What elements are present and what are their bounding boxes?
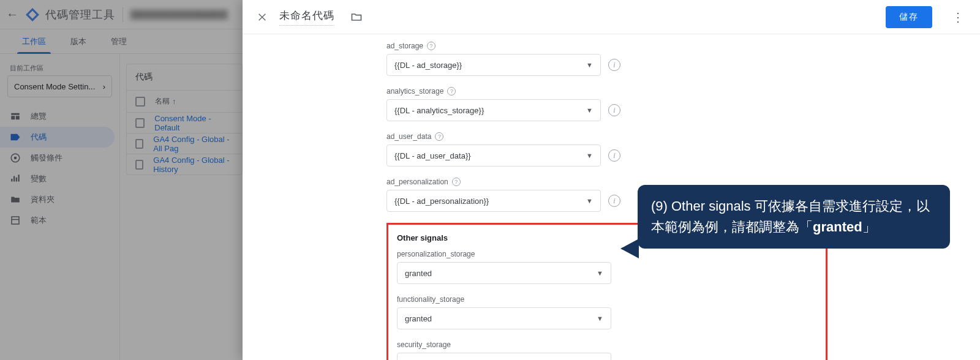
field-label-functionality-storage: functionality_storage bbox=[397, 295, 817, 304]
help-icon[interactable]: ? bbox=[452, 178, 461, 186]
info-icon[interactable]: i bbox=[608, 59, 620, 71]
workspace-label: 目前工作區 bbox=[0, 59, 119, 75]
nav-templates: 範本 bbox=[0, 210, 119, 231]
nav-tags: 代碼 bbox=[0, 127, 115, 148]
nav-triggers: 觸發條件 bbox=[0, 148, 119, 168]
more-menu-button[interactable]: ⋮ bbox=[948, 10, 968, 24]
variable-icon bbox=[10, 173, 21, 184]
trigger-icon bbox=[10, 152, 21, 163]
table-row: GA4 Config - Global - All Pag bbox=[127, 133, 242, 154]
select-ad-user-data[interactable]: {{DL - ad_user_data}} ▼ bbox=[386, 144, 601, 167]
col-name: 名稱 bbox=[155, 96, 170, 107]
row-name: GA4 Config - Global - History bbox=[153, 156, 233, 174]
label-text: ad_user_data bbox=[386, 132, 431, 141]
field-label-security-storage: security_storage bbox=[397, 340, 817, 349]
checkbox-icon bbox=[135, 97, 145, 107]
tag-editor-panel: 未命名代碼 儲存 ⋮ ad_storage ? {{DL - ad_storag… bbox=[243, 0, 980, 360]
svg-point-1 bbox=[14, 157, 17, 160]
field-label-ad-user-data: ad_user_data ? bbox=[386, 132, 827, 141]
bg-tabs: 工作區 版本 管理 bbox=[0, 29, 243, 54]
tab-versions: 版本 bbox=[58, 29, 99, 53]
template-icon bbox=[10, 215, 21, 226]
app-title: 代碼管理工具 bbox=[45, 7, 115, 22]
chevron-down-icon: ▼ bbox=[586, 107, 593, 114]
nav-label: 觸發條件 bbox=[31, 152, 62, 163]
card-title: 代碼 bbox=[127, 64, 242, 90]
nav-variables: 變數 bbox=[0, 168, 119, 189]
chevron-down-icon: ▼ bbox=[586, 152, 593, 159]
tag-title-input[interactable]: 未命名代碼 bbox=[279, 9, 334, 26]
select-value: granted bbox=[405, 269, 432, 278]
label-text: ad_personalization bbox=[386, 178, 448, 186]
field-label-ad-storage: ad_storage ? bbox=[386, 42, 827, 50]
info-icon[interactable]: i bbox=[608, 195, 620, 207]
nav-label: 資料夾 bbox=[31, 194, 55, 205]
info-icon[interactable]: i bbox=[608, 104, 620, 116]
save-button[interactable]: 儲存 bbox=[886, 6, 932, 28]
select-value: {{DL - analytics_storage}} bbox=[394, 106, 484, 115]
account-name-blurred: ████████████████ bbox=[130, 10, 228, 20]
field-label-personalization-storage: personalization_storage bbox=[397, 250, 817, 258]
gtm-logo-icon bbox=[26, 8, 39, 21]
nav-label: 總覽 bbox=[31, 111, 47, 122]
callout-text-pre: (9) Other signals 可依據各自需求進行設定，以本範例為例，請都調… bbox=[651, 198, 930, 234]
back-arrow-icon: ← bbox=[5, 7, 20, 21]
chevron-down-icon: ▼ bbox=[586, 197, 593, 204]
label-text: analytics_storage bbox=[386, 87, 443, 96]
help-icon[interactable]: ? bbox=[435, 132, 443, 141]
select-value: {{DL - ad_user_data}} bbox=[394, 151, 471, 160]
select-value: {{DL - ad_personalization}} bbox=[394, 197, 489, 206]
label-text: ad_storage bbox=[386, 42, 423, 50]
callout-text-post: 」 bbox=[862, 219, 876, 234]
nav-label: 代碼 bbox=[31, 132, 47, 143]
select-value: granted bbox=[405, 314, 432, 323]
separator bbox=[123, 7, 123, 22]
label-text: security_storage bbox=[397, 340, 451, 349]
table-row: GA4 Config - Global - History bbox=[127, 154, 242, 174]
select-security-storage[interactable]: granted ▼ bbox=[397, 353, 611, 360]
folder-icon[interactable] bbox=[350, 11, 363, 23]
checkbox-icon bbox=[135, 118, 145, 128]
field-label-analytics-storage: analytics_storage ? bbox=[386, 87, 827, 96]
overview-icon bbox=[10, 111, 21, 122]
label-text: functionality_storage bbox=[397, 295, 464, 304]
select-ad-personalization[interactable]: {{DL - ad_personalization}} ▼ bbox=[386, 190, 601, 212]
chevron-down-icon: ▼ bbox=[586, 61, 593, 69]
nav-label: 變數 bbox=[31, 173, 47, 184]
row-name: Consent Mode - Default bbox=[154, 114, 233, 132]
bg-header: ← 代碼管理工具 ████████████████ bbox=[0, 0, 243, 29]
select-functionality-storage[interactable]: granted ▼ bbox=[397, 307, 611, 329]
chevron-right-icon: › bbox=[103, 82, 105, 91]
select-ad-storage[interactable]: {{DL - ad_storage}} ▼ bbox=[386, 54, 601, 76]
folder-icon bbox=[10, 194, 21, 205]
tag-icon bbox=[10, 132, 21, 143]
nav-overview: 總覽 bbox=[0, 106, 119, 127]
close-button[interactable] bbox=[255, 10, 270, 24]
tab-admin: 管理 bbox=[99, 29, 139, 53]
table-row: Consent Mode - Default bbox=[127, 112, 242, 133]
gtm-workspace-dimmed: ← 代碼管理工具 ████████████████ 工作區 版本 管理 目前工作… bbox=[0, 0, 243, 360]
table-header: 名稱 ↑ bbox=[127, 90, 242, 112]
workspace-selector: Consent Mode Settin... › bbox=[7, 75, 112, 97]
callout-tail-icon bbox=[620, 239, 639, 258]
sort-asc-icon: ↑ bbox=[172, 97, 176, 106]
callout-bold: granted bbox=[813, 219, 862, 234]
nav-label: 範本 bbox=[31, 215, 47, 226]
tab-workspace: 工作區 bbox=[10, 29, 58, 53]
bg-main: 代碼 名稱 ↑ Consent Mode - Default GA4 Confi… bbox=[120, 54, 243, 360]
checkbox-icon bbox=[135, 139, 143, 149]
help-icon[interactable]: ? bbox=[447, 87, 456, 96]
info-icon[interactable]: i bbox=[608, 149, 620, 162]
chevron-down-icon: ▼ bbox=[597, 269, 603, 277]
chevron-down-icon: ▼ bbox=[597, 315, 603, 322]
select-analytics-storage[interactable]: {{DL - analytics_storage}} ▼ bbox=[386, 99, 601, 121]
workspace-selected: Consent Mode Settin... bbox=[14, 82, 95, 91]
checkbox-icon bbox=[135, 160, 143, 170]
help-icon[interactable]: ? bbox=[427, 42, 435, 50]
panel-header: 未命名代碼 儲存 ⋮ bbox=[243, 0, 980, 34]
nav-folders: 資料夾 bbox=[0, 189, 119, 210]
select-value: {{DL - ad_storage}} bbox=[394, 61, 462, 70]
bg-sidebar: 目前工作區 Consent Mode Settin... › 總覽 代碼 觸發條… bbox=[0, 54, 120, 360]
select-personalization-storage[interactable]: granted ▼ bbox=[397, 262, 611, 284]
annotation-callout: (9) Other signals 可依據各自需求進行設定，以本範例為例，請都調… bbox=[638, 185, 950, 249]
